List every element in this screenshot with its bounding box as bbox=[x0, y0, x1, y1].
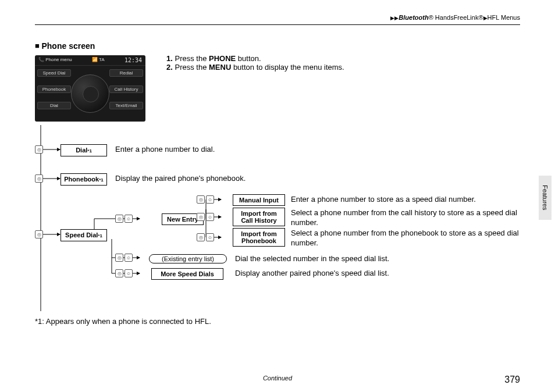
press-icon: ☺ bbox=[124, 254, 133, 262]
rotary-icon: ◎ bbox=[197, 195, 205, 204]
desc-phonebook: Display the paired phone's phonebook. bbox=[115, 174, 246, 184]
press-icon: ☺ bbox=[124, 215, 133, 223]
rotary-icon: ◎ bbox=[197, 233, 205, 241]
desc-dial: Enter a phone number to dial. bbox=[115, 145, 215, 155]
desc-more: Display another paired phone's speed dia… bbox=[235, 269, 389, 279]
node-phonebook: Phonebook*1 bbox=[61, 173, 107, 186]
node-speeddial: Speed Dial*1 bbox=[61, 229, 107, 241]
side-tab-features: Features bbox=[539, 176, 552, 220]
press-icon: ☺ bbox=[206, 195, 214, 204]
rotary-icon: ◎ bbox=[115, 254, 123, 262]
node-import-phonebook: Import from Phonebook bbox=[233, 228, 285, 247]
press-icon: ☺ bbox=[206, 233, 214, 241]
rotary-icon: ◎ bbox=[197, 213, 205, 221]
continued-label: Continued bbox=[0, 375, 555, 382]
desc-import-history: Select a phone number from the call hist… bbox=[291, 208, 524, 228]
page-number: 379 bbox=[504, 375, 520, 385]
desc-existing: Dial the selected number in the speed di… bbox=[235, 254, 389, 264]
menu-tree-diagram: ◎ Dial*1 Enter a phone number to dial. ◎… bbox=[35, 125, 520, 317]
press-icon: ☺ bbox=[124, 269, 133, 277]
desc-import-phonebook: Select a phone number from the phonebook… bbox=[291, 229, 524, 248]
section-title: Phone screen bbox=[35, 41, 520, 51]
desc-manual: Enter a phone number to store as a speed… bbox=[291, 195, 476, 205]
rotary-icon: ◎ bbox=[115, 215, 123, 223]
phone-menu-screenshot: 📞 Phone menu 📶 TA 12:34 Speed Dial Redia… bbox=[35, 55, 145, 122]
rotary-icon: ◎ bbox=[35, 230, 43, 238]
node-dial: Dial*1 bbox=[61, 144, 107, 156]
node-more-speed-dials: More Speed Dials bbox=[151, 268, 223, 280]
press-icon: ☺ bbox=[206, 213, 214, 221]
rotary-icon: ◎ bbox=[35, 145, 43, 154]
instructions: 1. Press the PHONE button. 2. Press the … bbox=[145, 51, 344, 72]
node-import-history: Import from Call History bbox=[233, 208, 285, 226]
node-existing: (Existing entry list) bbox=[149, 254, 227, 263]
rotary-icon: ◎ bbox=[35, 174, 43, 183]
rotary-icon: ◎ bbox=[115, 269, 123, 277]
breadcrumb: ▶▶Bluetooth® HandsFreeLink®▶HFL Menus bbox=[35, 14, 520, 25]
node-manual: Manual Input bbox=[233, 194, 285, 206]
